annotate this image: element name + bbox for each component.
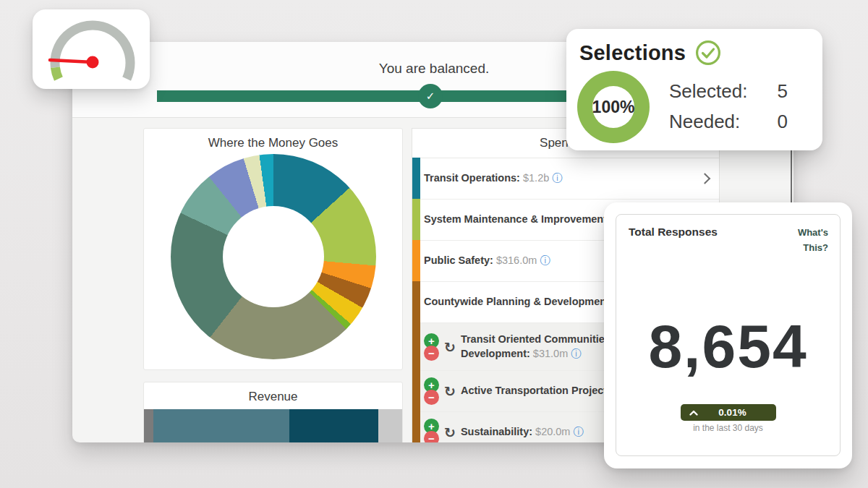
spending-row-label: Public Safety:	[424, 254, 496, 266]
gauge-needle-hub	[87, 56, 99, 69]
spending-donut-chart	[171, 154, 376, 359]
spending-row-amount: $20.0m	[535, 426, 573, 437]
info-icon[interactable]: ⓘ	[573, 426, 583, 437]
spending-row-label: Transit Operations:	[424, 172, 523, 184]
reset-icon[interactable]: ↻	[444, 339, 456, 355]
selections-percent: 100%	[592, 98, 635, 117]
gauge-arc	[55, 25, 130, 79]
gauge-overlay-card	[33, 9, 150, 89]
spending-row[interactable]: Transit Operations: $1.2b ⓘ	[412, 158, 719, 200]
info-icon[interactable]: ⓘ	[540, 254, 550, 266]
revenue-segment	[378, 409, 402, 442]
category-color-bar	[412, 240, 420, 282]
gauge-needle	[50, 60, 93, 62]
delta-badge: 0.01%	[681, 404, 776, 421]
spending-row-label: Countywide Planning & Development	[424, 296, 610, 307]
decrease-button[interactable]: −	[424, 431, 439, 442]
whats-this-line1: What's	[798, 227, 828, 238]
spending-row-label: System Maintenance & Improvements	[424, 213, 613, 225]
revenue-segment	[144, 409, 153, 442]
check-circle-icon	[695, 40, 721, 66]
spending-row-label: Active Transportation Projects:	[461, 385, 619, 396]
total-responses-box: Total Responses What'sThis? 8,654 0.01% …	[616, 214, 841, 456]
decrease-button[interactable]: −	[424, 346, 439, 361]
reset-icon[interactable]: ↻	[444, 383, 456, 399]
selected-label: Selected:	[669, 76, 747, 106]
amount-stepper: +−	[424, 419, 439, 442]
spending-row-text: System Maintenance & Improvements	[424, 213, 613, 226]
decrease-button[interactable]: −	[424, 390, 439, 405]
total-responses-title: Total Responses	[629, 226, 718, 256]
category-color-bar	[412, 158, 420, 200]
revenue-card: Revenue	[143, 382, 403, 442]
selections-header: Selections	[566, 29, 822, 66]
info-icon[interactable]: ⓘ	[552, 172, 562, 184]
revenue-title: Revenue	[144, 382, 402, 404]
spending-row-amount: $316.0m	[496, 254, 540, 266]
category-color-bar	[412, 322, 420, 371]
spending-row-text: Transit Operations: $1.2b ⓘ	[424, 171, 562, 185]
whats-this-line2: This?	[803, 242, 828, 253]
total-responses-card: Total Responses What'sThis? 8,654 0.01% …	[604, 202, 852, 468]
total-responses-header: Total Responses What'sThis?	[616, 215, 840, 256]
delta-value: 0.01%	[698, 407, 767, 418]
check-icon: ✓	[426, 90, 435, 103]
spending-row-text: Sustainability: $20.0m ⓘ	[461, 425, 584, 439]
spending-row-label: Sustainability:	[461, 426, 535, 437]
balance-check-handle[interactable]: ✓	[418, 84, 443, 108]
total-responses-value: 8,654	[616, 316, 840, 377]
selections-percent-ring: 100%	[577, 71, 650, 143]
category-color-bar	[412, 411, 420, 442]
needed-value: 0	[778, 106, 788, 137]
spending-row-text: Countywide Planning & Development	[424, 295, 610, 309]
category-color-bar	[412, 281, 420, 323]
needed-label: Needed:	[669, 106, 740, 137]
delta-period: in the last 30 days	[616, 423, 840, 433]
reset-icon[interactable]: ↻	[444, 424, 456, 440]
selected-stat: Selected: 5	[669, 76, 791, 106]
spending-row-amount: $31.0m	[533, 348, 571, 359]
revenue-segment	[289, 409, 379, 442]
selected-value: 5	[778, 76, 788, 106]
caret-up-icon	[689, 410, 698, 416]
delta-badge-row: 0.01%	[616, 404, 840, 421]
spending-row-text: Public Safety: $316.0m ⓘ	[424, 254, 550, 267]
where-money-goes-card: Where the Money Goes	[143, 128, 403, 370]
money-goes-title: Where the Money Goes	[144, 129, 402, 150]
whats-this-link[interactable]: What'sThis?	[798, 226, 828, 256]
revenue-segment	[153, 409, 289, 442]
gauge-green-segment	[55, 67, 59, 79]
category-color-bar	[412, 199, 420, 241]
selections-title: Selections	[579, 41, 686, 65]
amount-stepper: +−	[424, 377, 439, 405]
needed-stat: Needed: 0	[669, 106, 791, 137]
selections-stats: Selected: 5 Needed: 0	[669, 76, 791, 143]
spending-row-amount: $1.2b	[523, 172, 552, 184]
selections-card: Selections 100% Selected: 5 Needed: 0	[566, 29, 822, 150]
revenue-stacked-bar	[144, 409, 402, 442]
page-background: You are balanced. ✓ Where the Money Goes…	[0, 0, 868, 488]
selections-body: 100% Selected: 5 Needed: 0	[566, 66, 822, 143]
category-color-bar	[412, 370, 420, 412]
info-icon[interactable]: ⓘ	[571, 348, 581, 359]
amount-stepper: +−	[424, 333, 439, 361]
gauge-icon	[33, 9, 150, 89]
chevron-right-icon[interactable]	[699, 173, 711, 184]
